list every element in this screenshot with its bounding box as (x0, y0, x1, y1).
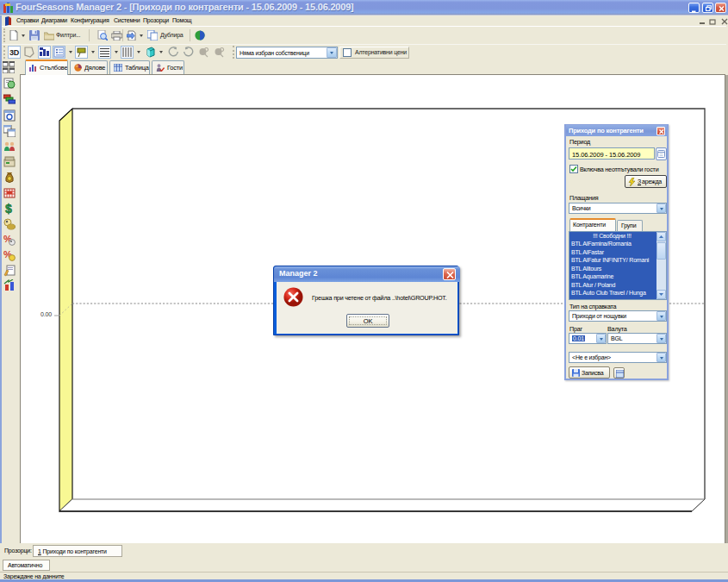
svg-text:$: $ (5, 203, 12, 215)
